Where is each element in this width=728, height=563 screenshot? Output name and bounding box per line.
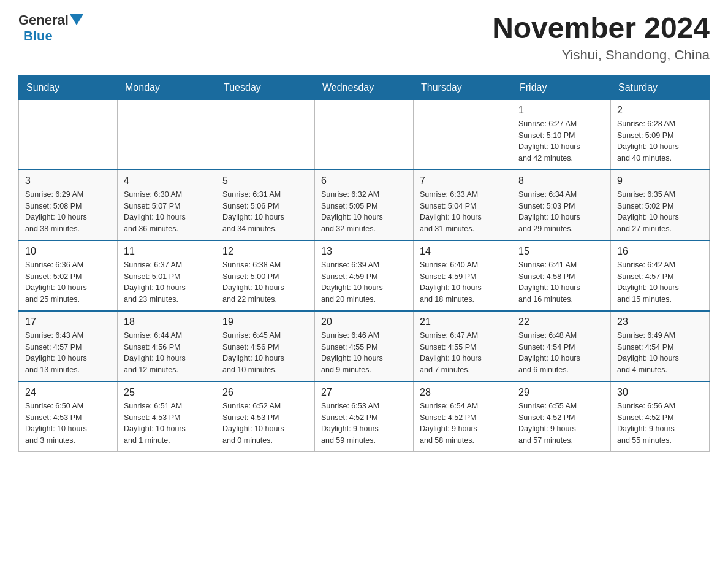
calendar-day-cell	[216, 99, 315, 170]
calendar-day-cell: 8Sunrise: 6:34 AM Sunset: 5:03 PM Daylig…	[512, 170, 611, 240]
day-info: Sunrise: 6:56 AM Sunset: 4:52 PM Dayligh…	[617, 400, 703, 446]
day-number: 30	[617, 387, 703, 398]
day-info: Sunrise: 6:45 AM Sunset: 4:56 PM Dayligh…	[222, 330, 308, 376]
calendar-day-cell: 30Sunrise: 6:56 AM Sunset: 4:52 PM Dayli…	[611, 381, 710, 452]
day-number: 15	[518, 246, 604, 257]
day-number: 11	[124, 246, 210, 257]
calendar-day-cell	[414, 99, 512, 170]
day-number: 7	[420, 175, 506, 186]
logo-blue-text: Blue	[23, 28, 53, 44]
calendar-day-cell: 12Sunrise: 6:38 AM Sunset: 5:00 PM Dayli…	[216, 240, 315, 311]
day-number: 3	[25, 175, 111, 186]
day-info: Sunrise: 6:35 AM Sunset: 5:02 PM Dayligh…	[617, 189, 703, 235]
page-header: General Blue November 2024 Yishui, Shand…	[18, 12, 710, 63]
calendar-day-cell: 27Sunrise: 6:53 AM Sunset: 4:52 PM Dayli…	[315, 381, 414, 452]
calendar-day-cell: 2Sunrise: 6:28 AM Sunset: 5:09 PM Daylig…	[611, 99, 710, 170]
day-number: 25	[124, 387, 210, 398]
day-number: 9	[617, 175, 703, 186]
weekday-header-row: SundayMondayTuesdayWednesdayThursdayFrid…	[19, 75, 710, 99]
day-number: 18	[124, 316, 210, 327]
day-info: Sunrise: 6:32 AM Sunset: 5:05 PM Dayligh…	[321, 189, 407, 235]
day-info: Sunrise: 6:39 AM Sunset: 4:59 PM Dayligh…	[321, 259, 407, 305]
weekday-header-saturday: Saturday	[611, 75, 710, 99]
day-info: Sunrise: 6:43 AM Sunset: 4:57 PM Dayligh…	[25, 330, 111, 376]
day-info: Sunrise: 6:34 AM Sunset: 5:03 PM Dayligh…	[518, 189, 604, 235]
calendar-day-cell: 20Sunrise: 6:46 AM Sunset: 4:55 PM Dayli…	[315, 311, 414, 381]
logo-triangle-icon	[70, 14, 83, 28]
calendar-week-row: 3Sunrise: 6:29 AM Sunset: 5:08 PM Daylig…	[19, 170, 710, 240]
day-info: Sunrise: 6:36 AM Sunset: 5:02 PM Dayligh…	[25, 259, 111, 305]
day-number: 6	[321, 175, 407, 186]
calendar-day-cell	[315, 99, 414, 170]
calendar-day-cell: 18Sunrise: 6:44 AM Sunset: 4:56 PM Dayli…	[118, 311, 216, 381]
calendar-day-cell: 23Sunrise: 6:49 AM Sunset: 4:54 PM Dayli…	[611, 311, 710, 381]
day-number: 20	[321, 316, 407, 327]
calendar-week-row: 1Sunrise: 6:27 AM Sunset: 5:10 PM Daylig…	[19, 99, 710, 170]
day-number: 24	[25, 387, 111, 398]
calendar-day-cell: 24Sunrise: 6:50 AM Sunset: 4:53 PM Dayli…	[19, 381, 118, 452]
calendar-day-cell	[118, 99, 216, 170]
day-info: Sunrise: 6:38 AM Sunset: 5:00 PM Dayligh…	[222, 259, 308, 305]
day-info: Sunrise: 6:33 AM Sunset: 5:04 PM Dayligh…	[420, 189, 506, 235]
day-info: Sunrise: 6:40 AM Sunset: 4:59 PM Dayligh…	[420, 259, 506, 305]
weekday-header-sunday: Sunday	[19, 75, 118, 99]
calendar-day-cell: 10Sunrise: 6:36 AM Sunset: 5:02 PM Dayli…	[19, 240, 118, 311]
day-number: 29	[518, 387, 604, 398]
calendar-day-cell: 21Sunrise: 6:47 AM Sunset: 4:55 PM Dayli…	[414, 311, 512, 381]
calendar-day-cell: 22Sunrise: 6:48 AM Sunset: 4:54 PM Dayli…	[512, 311, 611, 381]
calendar-day-cell: 29Sunrise: 6:55 AM Sunset: 4:52 PM Dayli…	[512, 381, 611, 452]
svg-marker-0	[70, 14, 83, 25]
day-number: 12	[222, 246, 308, 257]
title-area: November 2024 Yishui, Shandong, China	[492, 12, 710, 63]
logo-general-text: General	[18, 12, 69, 28]
calendar-day-cell: 15Sunrise: 6:41 AM Sunset: 4:58 PM Dayli…	[512, 240, 611, 311]
day-number: 5	[222, 175, 308, 186]
logo: General Blue	[18, 12, 83, 44]
day-number: 10	[25, 246, 111, 257]
day-number: 16	[617, 246, 703, 257]
day-number: 22	[518, 316, 604, 327]
day-number: 28	[420, 387, 506, 398]
day-info: Sunrise: 6:48 AM Sunset: 4:54 PM Dayligh…	[518, 330, 604, 376]
weekday-header-monday: Monday	[118, 75, 216, 99]
calendar-day-cell: 28Sunrise: 6:54 AM Sunset: 4:52 PM Dayli…	[414, 381, 512, 452]
calendar-day-cell: 11Sunrise: 6:37 AM Sunset: 5:01 PM Dayli…	[118, 240, 216, 311]
day-info: Sunrise: 6:53 AM Sunset: 4:52 PM Dayligh…	[321, 400, 407, 446]
weekday-header-tuesday: Tuesday	[216, 75, 315, 99]
day-number: 17	[25, 316, 111, 327]
day-info: Sunrise: 6:52 AM Sunset: 4:53 PM Dayligh…	[222, 400, 308, 446]
calendar-day-cell: 26Sunrise: 6:52 AM Sunset: 4:53 PM Dayli…	[216, 381, 315, 452]
calendar-day-cell: 7Sunrise: 6:33 AM Sunset: 5:04 PM Daylig…	[414, 170, 512, 240]
calendar-day-cell: 13Sunrise: 6:39 AM Sunset: 4:59 PM Dayli…	[315, 240, 414, 311]
day-info: Sunrise: 6:55 AM Sunset: 4:52 PM Dayligh…	[518, 400, 604, 446]
day-number: 14	[420, 246, 506, 257]
day-info: Sunrise: 6:37 AM Sunset: 5:01 PM Dayligh…	[124, 259, 210, 305]
day-info: Sunrise: 6:30 AM Sunset: 5:07 PM Dayligh…	[124, 189, 210, 235]
weekday-header-thursday: Thursday	[414, 75, 512, 99]
day-number: 23	[617, 316, 703, 327]
day-number: 19	[222, 316, 308, 327]
calendar-day-cell: 14Sunrise: 6:40 AM Sunset: 4:59 PM Dayli…	[414, 240, 512, 311]
day-info: Sunrise: 6:31 AM Sunset: 5:06 PM Dayligh…	[222, 189, 308, 235]
day-info: Sunrise: 6:28 AM Sunset: 5:09 PM Dayligh…	[617, 118, 703, 164]
day-info: Sunrise: 6:29 AM Sunset: 5:08 PM Dayligh…	[25, 189, 111, 235]
calendar-week-row: 24Sunrise: 6:50 AM Sunset: 4:53 PM Dayli…	[19, 381, 710, 452]
calendar-day-cell	[19, 99, 118, 170]
calendar-body: 1Sunrise: 6:27 AM Sunset: 5:10 PM Daylig…	[19, 99, 710, 451]
day-info: Sunrise: 6:54 AM Sunset: 4:52 PM Dayligh…	[420, 400, 506, 446]
day-info: Sunrise: 6:51 AM Sunset: 4:53 PM Dayligh…	[124, 400, 210, 446]
day-number: 21	[420, 316, 506, 327]
day-number: 1	[518, 105, 604, 116]
day-info: Sunrise: 6:27 AM Sunset: 5:10 PM Dayligh…	[518, 118, 604, 164]
day-info: Sunrise: 6:44 AM Sunset: 4:56 PM Dayligh…	[124, 330, 210, 376]
day-info: Sunrise: 6:42 AM Sunset: 4:57 PM Dayligh…	[617, 259, 703, 305]
day-info: Sunrise: 6:50 AM Sunset: 4:53 PM Dayligh…	[25, 400, 111, 446]
calendar-day-cell: 6Sunrise: 6:32 AM Sunset: 5:05 PM Daylig…	[315, 170, 414, 240]
weekday-header-wednesday: Wednesday	[315, 75, 414, 99]
calendar-header: SundayMondayTuesdayWednesdayThursdayFrid…	[19, 75, 710, 99]
day-number: 4	[124, 175, 210, 186]
day-info: Sunrise: 6:41 AM Sunset: 4:58 PM Dayligh…	[518, 259, 604, 305]
calendar-day-cell: 5Sunrise: 6:31 AM Sunset: 5:06 PM Daylig…	[216, 170, 315, 240]
day-number: 2	[617, 105, 703, 116]
day-number: 27	[321, 387, 407, 398]
